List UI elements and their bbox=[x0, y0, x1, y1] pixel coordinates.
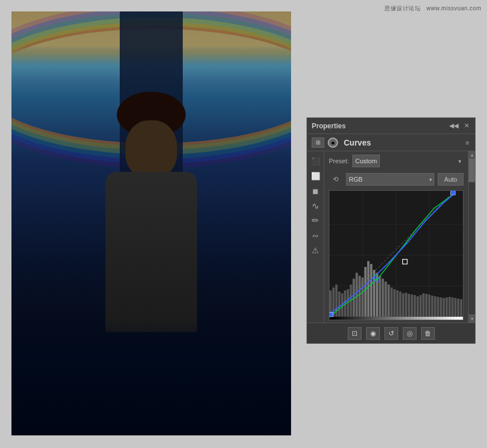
tool-smooth-curve[interactable]: ∾ bbox=[309, 229, 322, 242]
svg-rect-48 bbox=[449, 297, 451, 317]
svg-rect-32 bbox=[402, 293, 404, 317]
svg-rect-19 bbox=[364, 267, 367, 317]
svg-rect-30 bbox=[396, 290, 399, 317]
reset-button[interactable]: ↺ bbox=[384, 327, 398, 340]
svg-rect-41 bbox=[428, 294, 430, 317]
tab-bar: ⊞ ● Curves ≡ bbox=[307, 134, 475, 151]
svg-rect-26 bbox=[384, 282, 387, 317]
channel-select[interactable]: RGB bbox=[346, 173, 434, 186]
tool-pencil[interactable]: ✏ bbox=[309, 214, 322, 227]
tool-eyedropper[interactable]: ⬛ bbox=[309, 155, 322, 167]
svg-rect-37 bbox=[417, 296, 419, 317]
preset-select-wrapper: Custom bbox=[352, 155, 464, 167]
preset-row: Preset: Custom bbox=[324, 151, 468, 171]
svg-rect-21 bbox=[370, 264, 372, 317]
scroll-down-button[interactable]: ▾ bbox=[469, 315, 476, 323]
svg-rect-20 bbox=[367, 261, 370, 317]
scroll-up-button[interactable]: ▴ bbox=[469, 151, 476, 159]
auto-button[interactable]: Auto bbox=[438, 173, 464, 186]
svg-rect-45 bbox=[439, 297, 442, 317]
curves-graph-area[interactable] bbox=[329, 190, 464, 320]
street-overlay bbox=[11, 321, 291, 435]
panel-left-toolbar: ⬛ ⬜ ◼ ∿ ✏ ∾ ⚠ bbox=[307, 151, 324, 323]
channel-cycle-icon[interactable]: ⟲ bbox=[329, 174, 343, 185]
svg-rect-29 bbox=[393, 289, 395, 317]
svg-rect-55 bbox=[451, 191, 455, 195]
panel-scrollbar[interactable]: ▴ ▾ bbox=[468, 151, 475, 323]
svg-rect-49 bbox=[451, 297, 454, 317]
svg-rect-43 bbox=[434, 296, 436, 317]
svg-rect-35 bbox=[411, 294, 413, 317]
svg-rect-33 bbox=[405, 293, 407, 317]
scrollbar-thumb[interactable] bbox=[469, 159, 475, 182]
svg-rect-58 bbox=[329, 313, 333, 317]
panel-close-button[interactable]: ✕ bbox=[463, 122, 470, 129]
svg-rect-10 bbox=[338, 292, 340, 317]
panel-content: ⬛ ⬜ ◼ ∿ ✏ ∾ ⚠ Preset: Custom ⟲ bbox=[307, 151, 475, 323]
curves-svg bbox=[329, 191, 463, 320]
panel-menu-button[interactable]: ≡ bbox=[465, 139, 470, 146]
svg-rect-42 bbox=[431, 296, 433, 317]
svg-rect-39 bbox=[422, 293, 425, 317]
svg-rect-24 bbox=[379, 276, 381, 317]
svg-rect-51 bbox=[457, 298, 459, 317]
svg-rect-53 bbox=[329, 317, 463, 320]
person-figure bbox=[88, 132, 214, 332]
panel-controls: ◀◀ ✕ bbox=[448, 122, 470, 129]
svg-rect-50 bbox=[454, 298, 457, 317]
section-title: Curves bbox=[344, 138, 371, 147]
svg-rect-25 bbox=[382, 278, 384, 316]
svg-rect-46 bbox=[443, 298, 445, 317]
person-head bbox=[125, 120, 177, 178]
person-body bbox=[105, 172, 197, 332]
properties-panel: Properties ◀◀ ✕ ⊞ ● Curves ≡ ⬛ ⬜ ◼ ∿ ✏ ∾… bbox=[307, 117, 476, 344]
scrollbar-track bbox=[469, 159, 475, 315]
channel-row: ⟲ RGB Auto bbox=[324, 171, 468, 188]
svg-rect-31 bbox=[399, 292, 402, 317]
svg-rect-34 bbox=[408, 294, 410, 317]
tool-white-point[interactable]: ⬜ bbox=[309, 170, 322, 182]
svg-rect-28 bbox=[390, 288, 392, 317]
tool-warning[interactable]: ⚠ bbox=[309, 244, 322, 257]
svg-rect-16 bbox=[356, 273, 358, 317]
canvas-area bbox=[11, 11, 291, 435]
channel-select-wrapper: RGB bbox=[346, 173, 434, 186]
svg-rect-27 bbox=[387, 285, 390, 317]
panel-expand-button[interactable]: ◀◀ bbox=[448, 122, 459, 129]
svg-rect-52 bbox=[460, 299, 462, 317]
tab-circle-icon[interactable]: ● bbox=[328, 137, 338, 148]
tool-curve-smooth[interactable]: ∿ bbox=[309, 199, 322, 212]
svg-rect-47 bbox=[446, 297, 448, 317]
preset-select[interactable]: Custom bbox=[352, 155, 380, 167]
svg-rect-40 bbox=[425, 294, 427, 317]
tab-grid-icon[interactable]: ⊞ bbox=[312, 137, 324, 148]
delete-button[interactable]: 🗑 bbox=[421, 327, 435, 340]
watermark: 思缘设计论坛 www.missvuan.com bbox=[384, 5, 481, 13]
panel-main-content: Preset: Custom ⟲ RGB Auto bbox=[324, 151, 468, 323]
panel-title: Properties bbox=[312, 122, 345, 130]
panel-titlebar: Properties ◀◀ ✕ bbox=[307, 118, 475, 134]
svg-rect-38 bbox=[419, 295, 422, 317]
svg-rect-44 bbox=[437, 297, 439, 317]
svg-rect-17 bbox=[359, 276, 361, 317]
tool-black-point[interactable]: ◼ bbox=[309, 184, 322, 197]
svg-rect-36 bbox=[414, 295, 416, 317]
visibility-button[interactable]: ◉ bbox=[366, 327, 380, 340]
panel-bottom-toolbar: ⊡ ◉ ↺ ◎ 🗑 bbox=[307, 323, 475, 343]
view-button[interactable]: ◎ bbox=[403, 327, 417, 340]
clip-below-button[interactable]: ⊡ bbox=[348, 327, 362, 340]
preset-label: Preset: bbox=[329, 158, 349, 164]
